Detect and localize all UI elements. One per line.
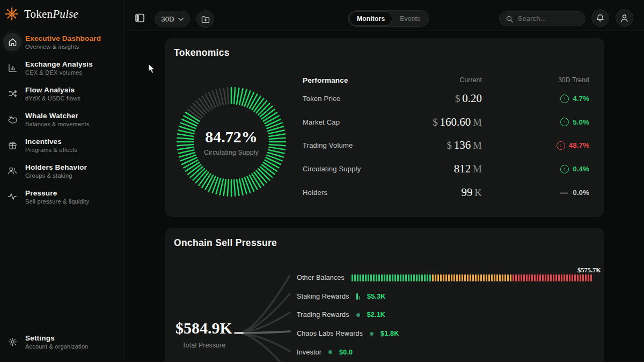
nav-item-subtitle: Balances & movements xyxy=(25,121,90,127)
tab-monitors[interactable]: Monitors xyxy=(350,12,392,25)
users-icon xyxy=(3,162,21,180)
nav-item-title: Flow Analysis xyxy=(25,86,80,94)
metric-label: Trading Volume xyxy=(303,141,418,149)
performance-row-circulating-supply: Circulating Supply812 M↑0.4% xyxy=(303,157,589,181)
tab-events[interactable]: Events xyxy=(393,12,427,25)
nav-item-text: Exchange AnalysisCEX & DEX volumes xyxy=(25,60,93,76)
date-range-label: 30D xyxy=(161,15,174,23)
nav-item-subtitle: dYdX & USDC flows xyxy=(25,95,80,102)
brand: TokenPulse xyxy=(0,0,125,27)
sidebar-item-settings[interactable]: SettingsAccount & organization xyxy=(0,329,125,354)
performance-table: Performance Current 30D Trend Token Pric… xyxy=(303,73,589,204)
bell-icon xyxy=(596,14,604,23)
sidebar-settings-section: SettingsAccount & organization xyxy=(0,323,125,362)
col-30d-trend: 30D Trend xyxy=(482,76,589,84)
pressure-row-staking-rewards: Staking Rewards$5.3K xyxy=(297,287,594,306)
user-menu-button[interactable] xyxy=(616,9,633,27)
nav-item-text: SettingsAccount & organization xyxy=(25,334,89,350)
metric-current-value: 99 K xyxy=(418,186,482,199)
nav-item-subtitle: Overview & insights xyxy=(25,44,101,50)
performance-table-body: Token Price$ 0.20↑4.7%Market Cap$ 160.60… xyxy=(303,87,589,204)
nav-item-text: Holders BehaviorGroups & staking xyxy=(25,163,87,179)
notifications-button[interactable] xyxy=(591,9,609,27)
performance-row-token-price: Token Price$ 0.20↑4.7% xyxy=(303,87,589,111)
metric-current-value: $ 0.20 xyxy=(418,92,482,105)
sell-pressure-title: Onchain Sell Pressure xyxy=(174,237,277,249)
nav-item-subtitle: Account & organization xyxy=(25,343,89,350)
gear-icon xyxy=(3,332,21,351)
nav-item-text: PressureSell pressure & liquidity xyxy=(25,189,89,205)
pressure-row-label: Staking Rewards xyxy=(297,293,349,300)
nav-item-subtitle: Programs & effects xyxy=(25,147,77,153)
col-current: Current xyxy=(418,76,482,84)
pressure-row-label: Chaos Labs Rewards xyxy=(297,330,363,337)
search-icon xyxy=(506,16,513,23)
metric-trend: ↑0.4% xyxy=(482,165,589,173)
metric-current-value: $ 160.60 M xyxy=(418,115,482,129)
tokenomics-card: Tokenomics 84.72% Circulating Supply Per… xyxy=(165,38,604,217)
sidebar-item-incentives[interactable]: IncentivesPrograms & effects xyxy=(0,132,125,158)
circulating-supply-donut: 84.72% Circulating Supply xyxy=(175,85,288,198)
panel-toggle-icon[interactable] xyxy=(135,13,144,23)
home-icon xyxy=(3,33,21,51)
pressure-row-trading-rewards: Trading Rewards$2.1K xyxy=(297,306,594,324)
metric-label: Circulating Supply xyxy=(303,165,418,173)
mouse-cursor xyxy=(148,63,156,74)
sidebar-item-pressure[interactable]: PressureSell pressure & liquidity xyxy=(0,184,125,209)
metric-current-value: $ 136 M xyxy=(418,139,482,152)
gift-icon xyxy=(3,136,21,154)
sidebar-item-flow-analysis[interactable]: Flow AnalysisdYdX & USDC flows xyxy=(0,81,125,106)
nav-item-text: Executive DashboardOverview & insights xyxy=(25,34,101,50)
app-root: TokenPulse Executive DashboardOverview &… xyxy=(0,0,644,362)
nav-item-text: Flow AnalysisdYdX & USDC flows xyxy=(25,86,80,102)
flow-fan-lines xyxy=(234,261,296,362)
nav-item-title: Holders Behavior xyxy=(25,163,87,171)
performance-row-trading-volume: Trading Volume$ 136 M↓48.7% xyxy=(303,134,589,157)
whale-icon xyxy=(3,110,21,128)
sell-pressure-card: Onchain Sell Pressure $584.9K Total Pres… xyxy=(165,228,604,362)
nav-item-title: Exchange Analysis xyxy=(25,60,93,68)
metric-label: Market Cap xyxy=(303,118,418,126)
nav-item-title: Incentives xyxy=(25,137,77,146)
pressure-row-value: $2.1K xyxy=(367,311,385,318)
pressure-row-other-balances: Other Balances$575.7K xyxy=(297,269,594,287)
sidebar-item-executive-dashboard[interactable]: Executive DashboardOverview & insights xyxy=(0,29,125,55)
arrow-up-circle-icon: ↑ xyxy=(560,165,569,173)
bar-chart-icon xyxy=(3,59,21,77)
pressure-row-investor: Investor$0.0 xyxy=(297,343,594,361)
brand-logo-icon xyxy=(4,6,19,21)
folder-add-button[interactable] xyxy=(196,10,214,28)
arrow-down-circle-icon: ↓ xyxy=(557,141,565,150)
nav-item-title: Executive Dashboard xyxy=(25,34,101,42)
nav-item-title: Settings xyxy=(25,334,89,342)
date-range-dropdown[interactable]: 30D xyxy=(155,11,190,27)
metric-trend: ↑4.7% xyxy=(482,95,589,103)
pressure-row-value: $0.0 xyxy=(339,349,353,356)
metric-current-value: 812 M xyxy=(418,162,482,176)
col-performance: Performance xyxy=(303,76,418,84)
dot-icon xyxy=(370,332,374,336)
sidebar-nav: Executive DashboardOverview & insightsEx… xyxy=(0,29,125,209)
sidebar-item-exchange-analysis[interactable]: Exchange AnalysisCEX & DEX volumes xyxy=(0,55,125,81)
other-balances-strip-bar: $575.7K xyxy=(352,274,594,281)
sidebar-item-whale-watcher[interactable]: Whale WatcherBalances & movements xyxy=(0,106,125,132)
search-input[interactable]: Search... xyxy=(499,11,586,26)
folder-add-icon xyxy=(201,16,210,23)
sidebar-item-holders-behavior[interactable]: Holders BehaviorGroups & staking xyxy=(0,158,125,184)
monitors-events-toggle: MonitorsEvents xyxy=(348,10,429,27)
nav-item-subtitle: CEX & DEX volumes xyxy=(25,69,93,76)
dash-icon: — xyxy=(560,188,568,197)
nav-item-subtitle: Sell pressure & liquidity xyxy=(25,198,89,205)
topbar: 30D MonitorsEvents Search... xyxy=(126,0,644,31)
sell-pressure-rows: Other Balances$575.7KStaking Rewards$5.3… xyxy=(297,269,594,361)
pressure-row-value: $575.7K xyxy=(577,266,601,274)
arrow-up-circle-icon: ↑ xyxy=(560,95,569,103)
dot-icon xyxy=(328,350,332,354)
donut-label: Circulating Supply xyxy=(204,149,259,156)
total-pressure: $584.9K Total Pressure xyxy=(173,319,235,349)
metric-trend: ↑5.0% xyxy=(482,118,589,126)
total-pressure-value: $584.9K xyxy=(173,319,235,337)
nav-item-text: IncentivesPrograms & effects xyxy=(25,137,77,153)
nav-item-title: Whale Watcher xyxy=(25,112,90,120)
dot-icon xyxy=(356,313,360,317)
